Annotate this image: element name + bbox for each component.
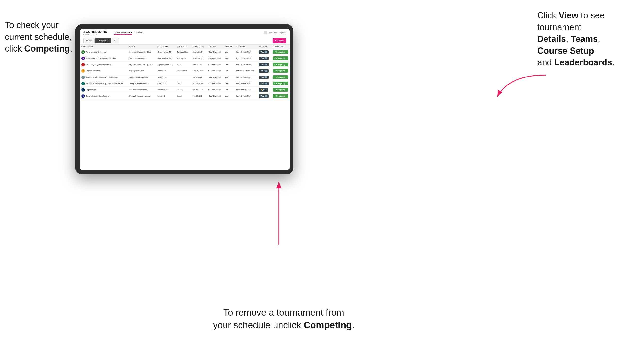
table-row: Y Papago Individual Papago Golf ClubPhoe… — [80, 68, 290, 74]
division-cell: NCAA Division I — [206, 55, 223, 61]
hosted-by-cell: Hawaii — [175, 93, 191, 99]
event-name-cell: W 2023 Sahalee Players Championship — [80, 55, 128, 61]
start-date-cell: Sep 4, 2023 — [191, 49, 206, 55]
sign-out-link[interactable]: Sign out — [279, 32, 286, 34]
team-logo: J — [82, 76, 85, 79]
city-state-cell: Olympia Fields, IL — [156, 61, 175, 68]
edit-button[interactable]: ✏️ Edit — [259, 88, 268, 92]
scoring-cell: individual, Stroke Play — [235, 68, 258, 74]
table-row: H John A. Burns Intercollegiate Ocean Co… — [80, 93, 290, 99]
view-button[interactable]: View ℹ️ — [259, 50, 269, 54]
competing-badge[interactable]: ✓ Competing — [273, 82, 288, 85]
start-date-cell: Oct 11, 2023 — [191, 80, 206, 87]
event-name: Papago Individual — [86, 70, 100, 72]
competing-badge[interactable]: ✓ Competing — [273, 88, 288, 92]
event-name: 2023 Sahalee Players Championship — [86, 57, 116, 59]
powered-by: Powered by clippi — [84, 34, 108, 35]
filter-home[interactable]: Home — [84, 38, 94, 43]
competing-checkmark: ✓ — [274, 70, 276, 72]
col-start-date: START DATE — [191, 44, 206, 49]
col-hosted-by: HOSTED BY — [175, 44, 191, 49]
nav-teams[interactable]: TEAMS — [135, 30, 143, 35]
col-event-name: EVENT NAME — [80, 44, 128, 49]
view-button[interactable]: View ℹ️ — [259, 57, 269, 60]
scoring-cell: team, Stroke Play — [235, 74, 258, 80]
user-name: Test User — [269, 32, 277, 34]
city-state-cell: Dallas, TX — [156, 74, 175, 80]
user-icon — [264, 31, 267, 34]
competing-badge[interactable]: ✓ Competing — [273, 94, 288, 98]
view-button[interactable]: View ℹ️ — [259, 76, 269, 79]
competing-cell: ✓ Competing — [271, 74, 290, 80]
table-header-row: EVENT NAME VENUE CITY, STATE HOSTED BY S… — [80, 44, 290, 49]
venue-cell: Papago Golf Club — [128, 68, 156, 74]
division-cell: NCAA Division I — [206, 80, 223, 87]
create-button[interactable]: + Create — [272, 38, 286, 43]
division-cell: NCAA Division I — [206, 93, 223, 99]
col-city-state: CITY, STATE — [156, 44, 175, 49]
competing-badge[interactable]: ✓ Competing — [273, 69, 288, 73]
team-logo: H — [82, 94, 85, 98]
hosted-by-cell — [175, 74, 191, 80]
table-body: M Folds of Honor Collegiate American Dun… — [80, 49, 290, 99]
venue-cell: Trinity Forest Golf Club — [128, 80, 156, 87]
division-cell: NCAA Division I — [206, 61, 223, 68]
view-button[interactable]: View ℹ️ — [259, 94, 269, 98]
competing-cell: ✓ Competing — [271, 55, 290, 61]
event-name-cell: H John A. Burns Intercollegiate — [80, 93, 128, 99]
col-division: DIVISION — [206, 44, 223, 49]
competing-badge[interactable]: ✓ Competing — [273, 63, 288, 66]
col-scoring: SCORING — [235, 44, 258, 49]
filter-all[interactable]: All — [112, 38, 119, 43]
venue-cell: Trinity Forest Golf Club — [128, 74, 156, 80]
header-right: Test User Sign out — [264, 31, 286, 34]
competing-label: Competing — [276, 89, 286, 91]
venue-cell: Ak-Chin Southern Dunes — [128, 87, 156, 93]
competing-label: Competing — [276, 57, 286, 59]
scoring-cell: team, Stroke Play — [235, 93, 258, 99]
actions-cell: ✏️ Edit — [258, 87, 271, 93]
gender-cell: Men — [223, 74, 235, 80]
table-row: J Jackson T. Stephens Cup – Stroke Play … — [80, 74, 290, 80]
filter-competing[interactable]: Competing — [95, 38, 111, 43]
competing-badge[interactable]: ✓ Competing — [273, 75, 288, 79]
view-button[interactable]: View ℹ️ — [259, 63, 269, 66]
competing-checkmark: ✓ — [274, 89, 276, 91]
city-state-cell: Lihue, HI — [156, 93, 175, 99]
city-state-cell: Maricopa, AZ — [156, 87, 175, 93]
competing-label: Competing — [276, 95, 286, 97]
scoring-cell: team, Stroke Play — [235, 49, 258, 55]
event-name: Folds of Honor Collegiate — [86, 51, 106, 53]
competing-cell: ✓ Competing — [271, 80, 290, 87]
scoring-cell: team, Match Play — [235, 87, 258, 93]
annotation-top-right: Click View to see tournament Details, Te… — [537, 10, 639, 68]
division-cell: NCAA Division I — [206, 87, 223, 93]
gender-cell: Men — [223, 68, 235, 74]
view-text-bold: View — [559, 10, 578, 20]
app-title: SCOREBOARD — [84, 30, 108, 34]
city-state-cell: Grand Haven, MI — [156, 49, 175, 55]
city-state-cell: Sammamish, WA — [156, 55, 175, 61]
team-logo: A — [82, 88, 85, 92]
nav-links: TOURNAMENTS TEAMS — [114, 30, 143, 35]
competing-text-bold: Competing — [24, 44, 70, 53]
view-button[interactable]: View ℹ️ — [259, 69, 269, 73]
competing-checkmark: ✓ — [274, 95, 276, 97]
division-cell: NCAA Division I — [206, 49, 223, 55]
competing-cell: ✓ Competing — [271, 93, 290, 99]
event-name-cell: J Jackson T. Stephens Cup – Men's Match … — [80, 80, 128, 87]
hosted-by-cell: Washington — [175, 55, 191, 61]
competing-label: Competing — [276, 83, 286, 84]
scoring-cell: team, Stroke Play — [235, 55, 258, 61]
view-button[interactable]: View ℹ️ — [259, 82, 269, 85]
competing-cell: ✓ Competing — [271, 49, 290, 55]
event-name: Jackson T. Stephens Cup – Men's Match Pl… — [86, 82, 123, 84]
competing-badge[interactable]: ✓ Competing — [273, 50, 288, 54]
nav-tournaments[interactable]: TOURNAMENTS — [114, 30, 132, 35]
competing-badge[interactable]: ✓ Competing — [273, 56, 288, 60]
event-name: Copper Cup — [86, 89, 96, 91]
table-row: W 2023 Sahalee Players Championship Saha… — [80, 55, 290, 61]
event-name: OFCC Fighting Illini Invitational — [86, 63, 111, 66]
competing-checkmark: ✓ — [274, 63, 276, 66]
event-name: John A. Burns Intercollegiate — [86, 95, 109, 97]
